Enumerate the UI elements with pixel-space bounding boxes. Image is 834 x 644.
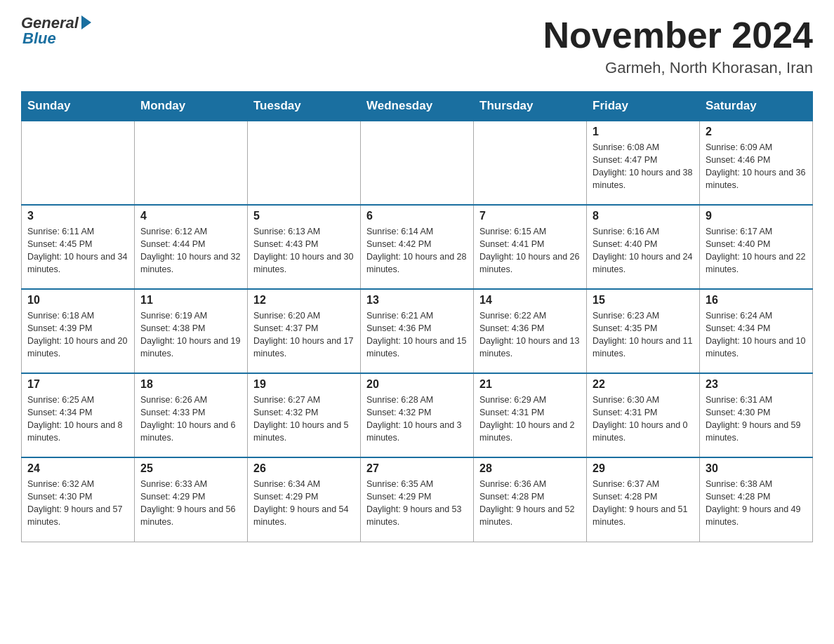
- page-header: General Blue November 2024 Garmeh, North…: [21, 14, 813, 77]
- weekday-header-saturday: Saturday: [700, 92, 813, 121]
- calendar-cell: 23Sunrise: 6:31 AMSunset: 4:30 PMDayligh…: [700, 373, 813, 457]
- day-number: 22: [593, 378, 694, 391]
- day-info: Sunrise: 6:38 AMSunset: 4:28 PMDaylight:…: [706, 478, 807, 529]
- calendar-cell: 11Sunrise: 6:19 AMSunset: 4:38 PMDayligh…: [135, 289, 248, 373]
- day-info: Sunrise: 6:36 AMSunset: 4:28 PMDaylight:…: [479, 478, 581, 529]
- day-info: Sunrise: 6:31 AMSunset: 4:30 PMDaylight:…: [706, 394, 807, 445]
- week-row-4: 17Sunrise: 6:25 AMSunset: 4:34 PMDayligh…: [22, 373, 813, 457]
- day-number: 20: [366, 378, 468, 391]
- day-info: Sunrise: 6:12 AMSunset: 4:44 PMDaylight:…: [140, 225, 241, 276]
- calendar-cell: 2Sunrise: 6:09 AMSunset: 4:46 PMDaylight…: [700, 121, 813, 205]
- day-info: Sunrise: 6:16 AMSunset: 4:40 PMDaylight:…: [593, 225, 694, 276]
- calendar-cell: 9Sunrise: 6:17 AMSunset: 4:40 PMDaylight…: [700, 205, 813, 289]
- day-info: Sunrise: 6:29 AMSunset: 4:31 PMDaylight:…: [479, 394, 581, 445]
- day-number: 28: [479, 462, 581, 475]
- calendar-cell: 6Sunrise: 6:14 AMSunset: 4:42 PMDaylight…: [361, 205, 474, 289]
- calendar-cell: 25Sunrise: 6:33 AMSunset: 4:29 PMDayligh…: [135, 457, 248, 542]
- day-info: Sunrise: 6:35 AMSunset: 4:29 PMDaylight:…: [366, 478, 468, 529]
- calendar-cell: 21Sunrise: 6:29 AMSunset: 4:31 PMDayligh…: [474, 373, 587, 457]
- day-number: 15: [593, 294, 694, 307]
- calendar-cell: [361, 121, 474, 205]
- calendar-cell: 3Sunrise: 6:11 AMSunset: 4:45 PMDaylight…: [22, 205, 135, 289]
- week-row-2: 3Sunrise: 6:11 AMSunset: 4:45 PMDaylight…: [22, 205, 813, 289]
- calendar-cell: 16Sunrise: 6:24 AMSunset: 4:34 PMDayligh…: [700, 289, 813, 373]
- day-info: Sunrise: 6:11 AMSunset: 4:45 PMDaylight:…: [27, 225, 128, 276]
- day-info: Sunrise: 6:37 AMSunset: 4:28 PMDaylight:…: [593, 478, 694, 529]
- calendar-table: SundayMondayTuesdayWednesdayThursdayFrid…: [21, 91, 813, 542]
- calendar-cell: 10Sunrise: 6:18 AMSunset: 4:39 PMDayligh…: [22, 289, 135, 373]
- calendar-cell: 17Sunrise: 6:25 AMSunset: 4:34 PMDayligh…: [22, 373, 135, 457]
- calendar-cell: [22, 121, 135, 205]
- calendar-cell: 14Sunrise: 6:22 AMSunset: 4:36 PMDayligh…: [474, 289, 587, 373]
- calendar-cell: 13Sunrise: 6:21 AMSunset: 4:36 PMDayligh…: [361, 289, 474, 373]
- calendar-cell: 19Sunrise: 6:27 AMSunset: 4:32 PMDayligh…: [248, 373, 361, 457]
- day-info: Sunrise: 6:27 AMSunset: 4:32 PMDaylight:…: [253, 394, 355, 445]
- day-number: 14: [479, 294, 581, 307]
- calendar-cell: 28Sunrise: 6:36 AMSunset: 4:28 PMDayligh…: [474, 457, 587, 542]
- week-row-3: 10Sunrise: 6:18 AMSunset: 4:39 PMDayligh…: [22, 289, 813, 373]
- day-info: Sunrise: 6:19 AMSunset: 4:38 PMDaylight:…: [140, 309, 241, 361]
- calendar-cell: 1Sunrise: 6:08 AMSunset: 4:47 PMDaylight…: [587, 121, 700, 205]
- day-info: Sunrise: 6:13 AMSunset: 4:43 PMDaylight:…: [253, 225, 355, 276]
- calendar-cell: 30Sunrise: 6:38 AMSunset: 4:28 PMDayligh…: [700, 457, 813, 542]
- day-info: Sunrise: 6:26 AMSunset: 4:33 PMDaylight:…: [140, 394, 241, 445]
- weekday-header-wednesday: Wednesday: [361, 92, 474, 121]
- day-info: Sunrise: 6:32 AMSunset: 4:30 PMDaylight:…: [27, 478, 128, 529]
- day-number: 18: [140, 378, 241, 391]
- day-info: Sunrise: 6:24 AMSunset: 4:34 PMDaylight:…: [706, 309, 807, 361]
- day-info: Sunrise: 6:08 AMSunset: 4:47 PMDaylight:…: [593, 141, 694, 192]
- day-number: 29: [593, 462, 694, 475]
- logo: General Blue: [21, 14, 91, 48]
- day-info: Sunrise: 6:23 AMSunset: 4:35 PMDaylight:…: [593, 309, 694, 361]
- weekday-header-tuesday: Tuesday: [248, 92, 361, 121]
- calendar-cell: 7Sunrise: 6:15 AMSunset: 4:41 PMDaylight…: [474, 205, 587, 289]
- calendar-cell: 15Sunrise: 6:23 AMSunset: 4:35 PMDayligh…: [587, 289, 700, 373]
- calendar-cell: 18Sunrise: 6:26 AMSunset: 4:33 PMDayligh…: [135, 373, 248, 457]
- calendar-cell: 22Sunrise: 6:30 AMSunset: 4:31 PMDayligh…: [587, 373, 700, 457]
- day-info: Sunrise: 6:14 AMSunset: 4:42 PMDaylight:…: [366, 225, 468, 276]
- week-row-1: 1Sunrise: 6:08 AMSunset: 4:47 PMDaylight…: [22, 121, 813, 205]
- calendar-cell: [474, 121, 587, 205]
- day-number: 17: [27, 378, 128, 391]
- day-number: 9: [706, 210, 807, 222]
- calendar-cell: 4Sunrise: 6:12 AMSunset: 4:44 PMDaylight…: [135, 205, 248, 289]
- weekday-header-thursday: Thursday: [474, 92, 587, 121]
- calendar-cell: 27Sunrise: 6:35 AMSunset: 4:29 PMDayligh…: [361, 457, 474, 542]
- logo-arrow-icon: [81, 15, 91, 29]
- calendar-cell: 20Sunrise: 6:28 AMSunset: 4:32 PMDayligh…: [361, 373, 474, 457]
- day-number: 23: [706, 378, 807, 391]
- title-section: November 2024 Garmeh, North Khorasan, Ir…: [543, 14, 813, 77]
- day-number: 6: [366, 210, 468, 222]
- weekday-header-monday: Monday: [135, 92, 248, 121]
- calendar-cell: 26Sunrise: 6:34 AMSunset: 4:29 PMDayligh…: [248, 457, 361, 542]
- weekday-header-row: SundayMondayTuesdayWednesdayThursdayFrid…: [22, 92, 813, 121]
- logo-blue-text: Blue: [22, 29, 56, 48]
- day-number: 4: [140, 210, 241, 222]
- day-info: Sunrise: 6:09 AMSunset: 4:46 PMDaylight:…: [706, 141, 807, 192]
- day-number: 8: [593, 210, 694, 222]
- day-number: 13: [366, 294, 468, 307]
- month-title: November 2024: [543, 14, 813, 56]
- calendar-cell: 29Sunrise: 6:37 AMSunset: 4:28 PMDayligh…: [587, 457, 700, 542]
- day-info: Sunrise: 6:17 AMSunset: 4:40 PMDaylight:…: [706, 225, 807, 276]
- day-number: 30: [706, 462, 807, 475]
- day-number: 21: [479, 378, 581, 391]
- calendar-cell: 24Sunrise: 6:32 AMSunset: 4:30 PMDayligh…: [22, 457, 135, 542]
- day-info: Sunrise: 6:15 AMSunset: 4:41 PMDaylight:…: [479, 225, 581, 276]
- weekday-header-friday: Friday: [587, 92, 700, 121]
- day-number: 2: [706, 126, 807, 138]
- day-number: 25: [140, 462, 241, 475]
- day-number: 1: [593, 126, 694, 138]
- calendar-cell: 5Sunrise: 6:13 AMSunset: 4:43 PMDaylight…: [248, 205, 361, 289]
- day-info: Sunrise: 6:28 AMSunset: 4:32 PMDaylight:…: [366, 394, 468, 445]
- day-number: 10: [27, 294, 128, 307]
- calendar-cell: [135, 121, 248, 205]
- day-number: 5: [253, 210, 355, 222]
- location-title: Garmeh, North Khorasan, Iran: [543, 59, 813, 77]
- day-info: Sunrise: 6:20 AMSunset: 4:37 PMDaylight:…: [253, 309, 355, 361]
- day-number: 16: [706, 294, 807, 307]
- day-info: Sunrise: 6:33 AMSunset: 4:29 PMDaylight:…: [140, 478, 241, 529]
- day-number: 26: [253, 462, 355, 475]
- day-info: Sunrise: 6:34 AMSunset: 4:29 PMDaylight:…: [253, 478, 355, 529]
- week-row-5: 24Sunrise: 6:32 AMSunset: 4:30 PMDayligh…: [22, 457, 813, 542]
